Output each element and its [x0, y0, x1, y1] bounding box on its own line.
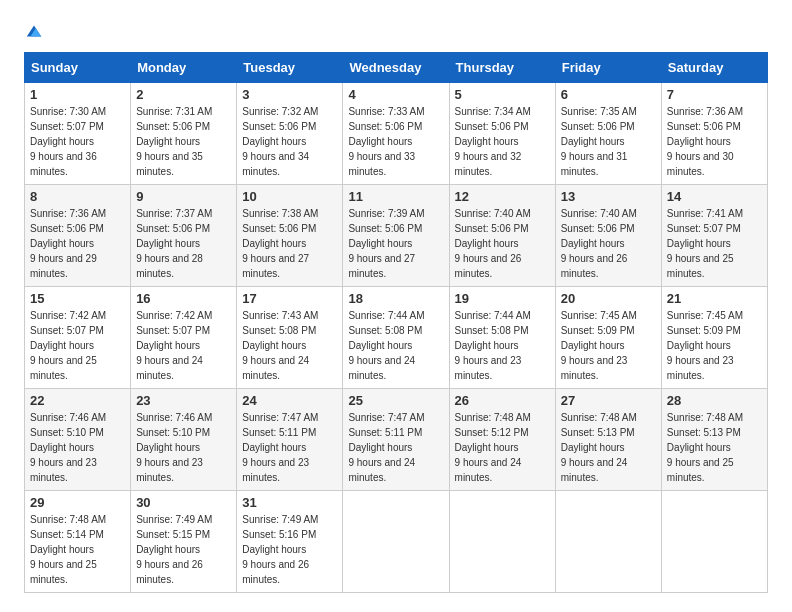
calendar-cell — [343, 491, 449, 593]
day-number: 15 — [30, 291, 125, 306]
logo — [24, 20, 43, 42]
day-info: Sunrise: 7:40 AMSunset: 5:06 PMDaylight … — [561, 208, 637, 279]
day-info: Sunrise: 7:45 AMSunset: 5:09 PMDaylight … — [561, 310, 637, 381]
day-info: Sunrise: 7:48 AMSunset: 5:13 PMDaylight … — [667, 412, 743, 483]
calendar-cell: 19 Sunrise: 7:44 AMSunset: 5:08 PMDaylig… — [449, 287, 555, 389]
calendar-cell: 6 Sunrise: 7:35 AMSunset: 5:06 PMDayligh… — [555, 83, 661, 185]
day-number: 22 — [30, 393, 125, 408]
day-info: Sunrise: 7:44 AMSunset: 5:08 PMDaylight … — [455, 310, 531, 381]
day-info: Sunrise: 7:38 AMSunset: 5:06 PMDaylight … — [242, 208, 318, 279]
calendar-cell: 25 Sunrise: 7:47 AMSunset: 5:11 PMDaylig… — [343, 389, 449, 491]
day-number: 17 — [242, 291, 337, 306]
calendar-cell: 20 Sunrise: 7:45 AMSunset: 5:09 PMDaylig… — [555, 287, 661, 389]
day-info: Sunrise: 7:42 AMSunset: 5:07 PMDaylight … — [30, 310, 106, 381]
day-info: Sunrise: 7:44 AMSunset: 5:08 PMDaylight … — [348, 310, 424, 381]
day-number: 5 — [455, 87, 550, 102]
calendar-cell: 2 Sunrise: 7:31 AMSunset: 5:06 PMDayligh… — [131, 83, 237, 185]
calendar-cell: 29 Sunrise: 7:48 AMSunset: 5:14 PMDaylig… — [25, 491, 131, 593]
week-row-3: 15 Sunrise: 7:42 AMSunset: 5:07 PMDaylig… — [25, 287, 768, 389]
day-number: 10 — [242, 189, 337, 204]
calendar-cell: 3 Sunrise: 7:32 AMSunset: 5:06 PMDayligh… — [237, 83, 343, 185]
day-number: 23 — [136, 393, 231, 408]
day-info: Sunrise: 7:41 AMSunset: 5:07 PMDaylight … — [667, 208, 743, 279]
calendar-cell: 13 Sunrise: 7:40 AMSunset: 5:06 PMDaylig… — [555, 185, 661, 287]
calendar-cell: 23 Sunrise: 7:46 AMSunset: 5:10 PMDaylig… — [131, 389, 237, 491]
day-info: Sunrise: 7:49 AMSunset: 5:15 PMDaylight … — [136, 514, 212, 585]
day-number: 29 — [30, 495, 125, 510]
day-number: 12 — [455, 189, 550, 204]
day-number: 3 — [242, 87, 337, 102]
calendar-cell — [661, 491, 767, 593]
day-number: 31 — [242, 495, 337, 510]
weekday-header-friday: Friday — [555, 53, 661, 83]
calendar-cell: 5 Sunrise: 7:34 AMSunset: 5:06 PMDayligh… — [449, 83, 555, 185]
day-number: 8 — [30, 189, 125, 204]
weekday-header-wednesday: Wednesday — [343, 53, 449, 83]
logo-area — [24, 20, 43, 42]
calendar-cell: 16 Sunrise: 7:42 AMSunset: 5:07 PMDaylig… — [131, 287, 237, 389]
week-row-4: 22 Sunrise: 7:46 AMSunset: 5:10 PMDaylig… — [25, 389, 768, 491]
calendar-cell: 18 Sunrise: 7:44 AMSunset: 5:08 PMDaylig… — [343, 287, 449, 389]
day-number: 28 — [667, 393, 762, 408]
day-number: 9 — [136, 189, 231, 204]
week-row-5: 29 Sunrise: 7:48 AMSunset: 5:14 PMDaylig… — [25, 491, 768, 593]
day-info: Sunrise: 7:46 AMSunset: 5:10 PMDaylight … — [136, 412, 212, 483]
day-info: Sunrise: 7:48 AMSunset: 5:12 PMDaylight … — [455, 412, 531, 483]
day-info: Sunrise: 7:36 AMSunset: 5:06 PMDaylight … — [667, 106, 743, 177]
logo-icon — [25, 22, 43, 40]
day-info: Sunrise: 7:43 AMSunset: 5:08 PMDaylight … — [242, 310, 318, 381]
day-info: Sunrise: 7:48 AMSunset: 5:14 PMDaylight … — [30, 514, 106, 585]
day-number: 4 — [348, 87, 443, 102]
calendar-cell: 12 Sunrise: 7:40 AMSunset: 5:06 PMDaylig… — [449, 185, 555, 287]
calendar-cell: 27 Sunrise: 7:48 AMSunset: 5:13 PMDaylig… — [555, 389, 661, 491]
day-number: 14 — [667, 189, 762, 204]
day-info: Sunrise: 7:48 AMSunset: 5:13 PMDaylight … — [561, 412, 637, 483]
day-info: Sunrise: 7:46 AMSunset: 5:10 PMDaylight … — [30, 412, 106, 483]
calendar-cell: 9 Sunrise: 7:37 AMSunset: 5:06 PMDayligh… — [131, 185, 237, 287]
day-info: Sunrise: 7:31 AMSunset: 5:06 PMDaylight … — [136, 106, 212, 177]
page: SundayMondayTuesdayWednesdayThursdayFrid… — [0, 0, 792, 609]
calendar-table: SundayMondayTuesdayWednesdayThursdayFrid… — [24, 52, 768, 593]
calendar-cell: 17 Sunrise: 7:43 AMSunset: 5:08 PMDaylig… — [237, 287, 343, 389]
week-row-1: 1 Sunrise: 7:30 AMSunset: 5:07 PMDayligh… — [25, 83, 768, 185]
day-number: 25 — [348, 393, 443, 408]
day-info: Sunrise: 7:32 AMSunset: 5:06 PMDaylight … — [242, 106, 318, 177]
day-number: 21 — [667, 291, 762, 306]
day-number: 27 — [561, 393, 656, 408]
calendar-cell: 15 Sunrise: 7:42 AMSunset: 5:07 PMDaylig… — [25, 287, 131, 389]
day-info: Sunrise: 7:37 AMSunset: 5:06 PMDaylight … — [136, 208, 212, 279]
day-number: 18 — [348, 291, 443, 306]
calendar-cell: 11 Sunrise: 7:39 AMSunset: 5:06 PMDaylig… — [343, 185, 449, 287]
day-info: Sunrise: 7:40 AMSunset: 5:06 PMDaylight … — [455, 208, 531, 279]
weekday-header-tuesday: Tuesday — [237, 53, 343, 83]
day-info: Sunrise: 7:47 AMSunset: 5:11 PMDaylight … — [348, 412, 424, 483]
calendar-cell: 28 Sunrise: 7:48 AMSunset: 5:13 PMDaylig… — [661, 389, 767, 491]
day-info: Sunrise: 7:33 AMSunset: 5:06 PMDaylight … — [348, 106, 424, 177]
day-info: Sunrise: 7:35 AMSunset: 5:06 PMDaylight … — [561, 106, 637, 177]
calendar-cell: 31 Sunrise: 7:49 AMSunset: 5:16 PMDaylig… — [237, 491, 343, 593]
day-number: 7 — [667, 87, 762, 102]
day-number: 26 — [455, 393, 550, 408]
day-info: Sunrise: 7:47 AMSunset: 5:11 PMDaylight … — [242, 412, 318, 483]
calendar-cell: 21 Sunrise: 7:45 AMSunset: 5:09 PMDaylig… — [661, 287, 767, 389]
day-info: Sunrise: 7:34 AMSunset: 5:06 PMDaylight … — [455, 106, 531, 177]
calendar-cell: 1 Sunrise: 7:30 AMSunset: 5:07 PMDayligh… — [25, 83, 131, 185]
day-info: Sunrise: 7:36 AMSunset: 5:06 PMDaylight … — [30, 208, 106, 279]
day-number: 24 — [242, 393, 337, 408]
calendar-cell — [449, 491, 555, 593]
weekday-header-thursday: Thursday — [449, 53, 555, 83]
weekday-header-sunday: Sunday — [25, 53, 131, 83]
header-row: SundayMondayTuesdayWednesdayThursdayFrid… — [25, 53, 768, 83]
day-number: 20 — [561, 291, 656, 306]
calendar-cell: 8 Sunrise: 7:36 AMSunset: 5:06 PMDayligh… — [25, 185, 131, 287]
day-number: 1 — [30, 87, 125, 102]
day-number: 16 — [136, 291, 231, 306]
day-number: 30 — [136, 495, 231, 510]
day-info: Sunrise: 7:42 AMSunset: 5:07 PMDaylight … — [136, 310, 212, 381]
weekday-header-monday: Monday — [131, 53, 237, 83]
day-number: 11 — [348, 189, 443, 204]
day-info: Sunrise: 7:49 AMSunset: 5:16 PMDaylight … — [242, 514, 318, 585]
calendar-cell — [555, 491, 661, 593]
calendar-cell: 4 Sunrise: 7:33 AMSunset: 5:06 PMDayligh… — [343, 83, 449, 185]
day-number: 13 — [561, 189, 656, 204]
